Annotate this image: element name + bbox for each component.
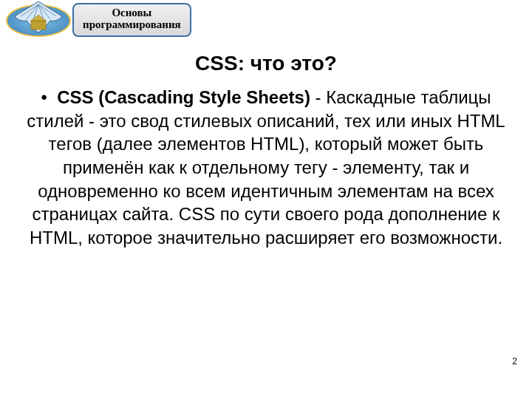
bullet-marker: • [41, 87, 47, 107]
body-paragraph: • CSS (Cascading Style Sheets) - Каскадн… [13, 86, 519, 250]
badge-line1: Основы [112, 7, 151, 18]
badge-line2: программирования [83, 18, 181, 30]
bold-lead: CSS (Cascading Style Sheets) [57, 87, 310, 107]
course-badge: Основы программирования [72, 3, 191, 37]
header-area: Основы программирования [0, 0, 532, 44]
slide-title: CSS: что это? [0, 52, 532, 75]
body-text: - Каскадные таблицы стилей - это свод ст… [27, 87, 505, 248]
eagle-icon [12, 0, 65, 37]
svg-rect-0 [31, 21, 46, 30]
emblem-logo [6, 3, 71, 40]
page-number: 2 [512, 356, 517, 366]
